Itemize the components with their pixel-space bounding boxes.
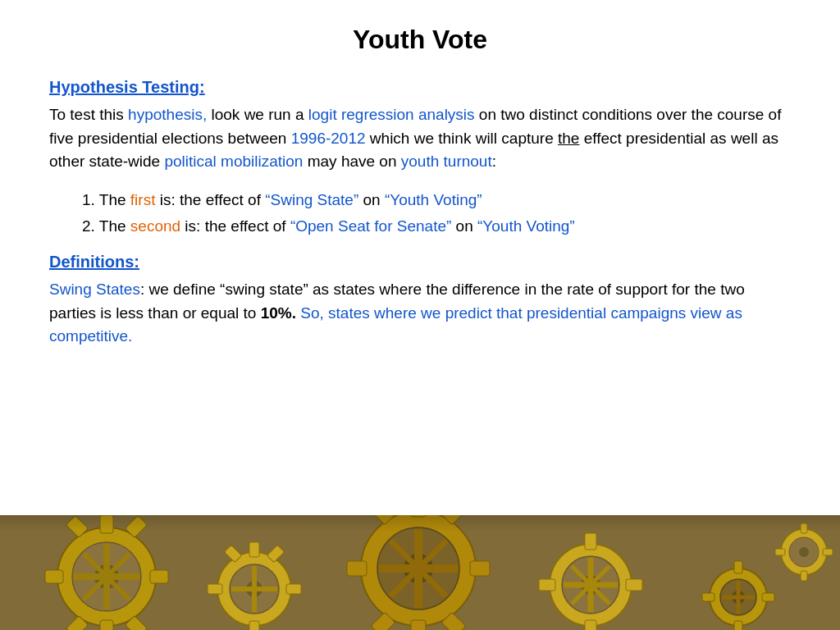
hypothesis-section: Hypothesis Testing: To test this hypothe… <box>49 78 791 253</box>
so-states-sentence: So, states where we predict that preside… <box>49 304 742 345</box>
slide-content: Youth Vote Hypothesis Testing: To test t… <box>0 0 840 515</box>
slide-title: Youth Vote <box>49 25 791 55</box>
year-range: 1996-2012 <box>291 130 366 147</box>
gear-image <box>0 515 840 630</box>
political-mobilization: political mobilization <box>164 153 303 170</box>
svg-rect-20 <box>249 542 259 557</box>
youth-voting-1: “Youth Voting” <box>385 191 482 208</box>
the-underline: the <box>558 130 579 147</box>
youth-voting-2: “Youth Voting” <box>477 217 575 235</box>
svg-rect-22 <box>286 584 301 594</box>
svg-rect-57 <box>734 561 742 573</box>
open-seat: “Open Seat for Senate” <box>290 217 451 235</box>
logit-regression: logit regression analysis <box>308 106 475 123</box>
hypothesis-paragraph: To test this hypothesis, look we run a l… <box>49 103 791 174</box>
definitions-heading[interactable]: Definitions: <box>49 253 791 272</box>
svg-rect-68 <box>823 549 833 555</box>
first-word: first <box>130 191 156 208</box>
svg-rect-6 <box>100 620 113 630</box>
svg-rect-69 <box>775 549 785 555</box>
svg-rect-67 <box>801 571 807 581</box>
youth-turnout: youth turnout <box>401 153 492 170</box>
svg-rect-48 <box>626 579 642 591</box>
svg-rect-32 <box>411 620 426 630</box>
swing-state-1: “Swing State” <box>265 191 358 208</box>
svg-rect-21 <box>249 621 259 630</box>
svg-rect-8 <box>45 570 63 583</box>
svg-rect-46 <box>585 533 596 550</box>
svg-rect-49 <box>539 579 555 591</box>
percentage-bold: 10%. <box>261 304 296 322</box>
svg-rect-60 <box>702 593 714 601</box>
second-word: second <box>130 217 180 235</box>
svg-rect-58 <box>734 621 742 630</box>
svg-rect-7 <box>150 570 168 583</box>
hypothesis-word: hypothesis, <box>128 106 207 123</box>
definitions-paragraph: Swing States: we define “swing state” as… <box>49 278 791 349</box>
svg-rect-59 <box>762 593 774 601</box>
svg-rect-47 <box>585 620 596 630</box>
swing-states-word: Swing States <box>49 281 140 298</box>
svg-rect-70 <box>0 515 840 532</box>
svg-rect-34 <box>347 561 367 576</box>
svg-rect-33 <box>470 561 490 576</box>
svg-rect-23 <box>208 584 222 594</box>
hypothesis-heading[interactable]: Hypothesis Testing: <box>49 78 791 97</box>
list-item-1: 1. The first is: the effect of “Swing St… <box>82 187 791 213</box>
svg-point-65 <box>799 547 809 557</box>
list-item-2: 2. The second is: the effect of “Open Se… <box>82 213 791 240</box>
definitions-section: Definitions: Swing States: we define “sw… <box>49 253 791 362</box>
numbered-list: 1. The first is: the effect of “Swing St… <box>82 187 791 240</box>
